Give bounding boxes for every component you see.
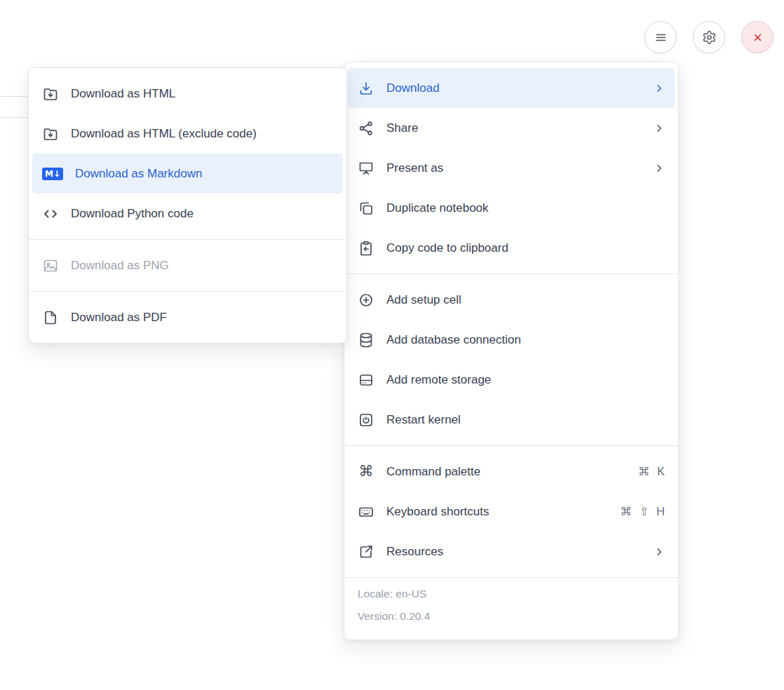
menu-item-copy-code[interactable]: Copy code to clipboard — [348, 228, 675, 268]
close-button[interactable] — [741, 21, 773, 53]
menu-item-label: Duplicate notebook — [386, 201, 489, 215]
settings-button[interactable] — [693, 21, 725, 53]
menu-group-cells: Add setup cell Add database connection A… — [344, 280, 678, 440]
menu-item-label: Download as PNG — [71, 259, 169, 273]
menu-item-label: Download Python code — [71, 207, 194, 221]
markdown-icon: M↓ — [42, 168, 63, 180]
shortcut-label: ⌘ ⇧ H — [621, 505, 665, 518]
menu-item-label: Command palette — [386, 465, 480, 479]
menu-item-label: Download as HTML — [71, 87, 175, 101]
page-edge-line — [0, 96, 29, 97]
keyboard-icon — [358, 503, 374, 520]
menu-item-label: Download as Markdown — [75, 167, 202, 181]
share-icon — [358, 120, 374, 137]
code-icon — [42, 205, 59, 222]
notebook-menu-panel: Download Share Present as Duplicate note… — [344, 62, 679, 640]
clipboard-copy-icon — [358, 240, 374, 257]
menu-item-add-database-connection[interactable]: Add database connection — [348, 320, 675, 360]
menu-separator — [344, 445, 678, 446]
menu-item-download-as-markdown[interactable]: M↓ Download as Markdown — [32, 154, 343, 194]
menu-item-restart-kernel[interactable]: Restart kernel — [348, 400, 675, 440]
presentation-icon — [358, 160, 374, 177]
menu-item-add-remote-storage[interactable]: Add remote storage — [348, 360, 675, 400]
menu-separator — [344, 273, 678, 274]
chevron-right-icon — [654, 83, 665, 94]
folder-download-icon — [42, 86, 59, 102]
shortcut-label: ⌘ K — [638, 465, 665, 478]
chevron-right-icon — [654, 163, 665, 174]
page-edge-line — [0, 117, 29, 118]
hard-drive-icon — [358, 372, 374, 388]
menu-item-label: Copy code to clipboard — [386, 241, 508, 255]
menu-item-label: Add database connection — [386, 333, 521, 347]
menu-item-resources[interactable]: Resources — [348, 532, 675, 571]
folder-download-icon — [42, 126, 59, 142]
notebook-menu-button[interactable] — [644, 21, 677, 53]
database-icon — [358, 332, 374, 349]
menu-separator — [29, 239, 346, 240]
menu-footer: Locale: en-US Version: 0.20.4 — [344, 577, 678, 634]
download-submenu-panel: Download as HTML Download as HTML (exclu… — [28, 67, 347, 344]
menu-item-download-as-pdf[interactable]: Download as PDF — [32, 297, 343, 337]
submenu-group-pdf: Download as PDF — [29, 297, 346, 337]
chevron-right-icon — [654, 546, 665, 557]
menu-item-download-python-code[interactable]: Download Python code — [32, 194, 343, 234]
hamburger-icon — [654, 30, 668, 45]
menu-separator — [29, 291, 346, 292]
close-x-icon — [750, 30, 765, 45]
command-icon: ⌘ — [358, 464, 374, 479]
menu-item-present-as[interactable]: Present as — [348, 148, 675, 188]
menu-item-add-setup-cell[interactable]: Add setup cell — [348, 280, 675, 320]
menu-item-label: Share — [386, 121, 418, 135]
top-right-controls — [644, 21, 773, 53]
download-icon — [358, 80, 374, 97]
file-icon — [42, 309, 59, 326]
gear-icon — [702, 30, 717, 45]
version-text: Version: 0.20.4 — [358, 610, 665, 623]
submenu-group-png: Download as PNG — [29, 245, 346, 285]
menu-item-keyboard-shortcuts[interactable]: Keyboard shortcuts ⌘ ⇧ H — [348, 492, 675, 532]
menu-item-download[interactable]: Download — [348, 68, 675, 108]
menu-item-label: Add setup cell — [386, 293, 461, 307]
menu-item-duplicate-notebook[interactable]: Duplicate notebook — [348, 188, 675, 228]
menu-group-actions: Download Share Present as Duplicate note… — [344, 68, 678, 268]
menu-item-download-as-html-exclude-code[interactable]: Download as HTML (exclude code) — [32, 114, 343, 154]
plus-circle-icon — [358, 292, 374, 309]
menu-item-share[interactable]: Share — [348, 108, 675, 148]
menu-item-label: Download as HTML (exclude code) — [71, 127, 257, 141]
menu-item-label: Download — [386, 81, 440, 95]
locale-text: Locale: en-US — [358, 588, 665, 600]
submenu-group-formats: Download as HTML Download as HTML (exclu… — [29, 74, 346, 234]
power-icon — [358, 412, 374, 428]
menu-item-label: Resources — [386, 545, 443, 559]
menu-item-label: Restart kernel — [386, 413, 461, 427]
menu-item-download-as-html[interactable]: Download as HTML — [32, 74, 343, 114]
external-link-icon — [358, 543, 374, 560]
image-icon — [42, 257, 59, 274]
menu-item-label: Download as PDF — [71, 311, 167, 325]
menu-item-download-as-png: Download as PNG — [32, 245, 343, 285]
chevron-right-icon — [654, 123, 665, 134]
duplicate-icon — [358, 200, 374, 217]
menu-item-label: Keyboard shortcuts — [386, 505, 489, 519]
menu-item-command-palette[interactable]: ⌘ Command palette ⌘ K — [348, 452, 675, 492]
menu-item-label: Present as — [386, 161, 443, 175]
menu-group-help: ⌘ Command palette ⌘ K Keyboard shortcuts… — [344, 452, 678, 571]
menu-item-label: Add remote storage — [386, 373, 491, 387]
